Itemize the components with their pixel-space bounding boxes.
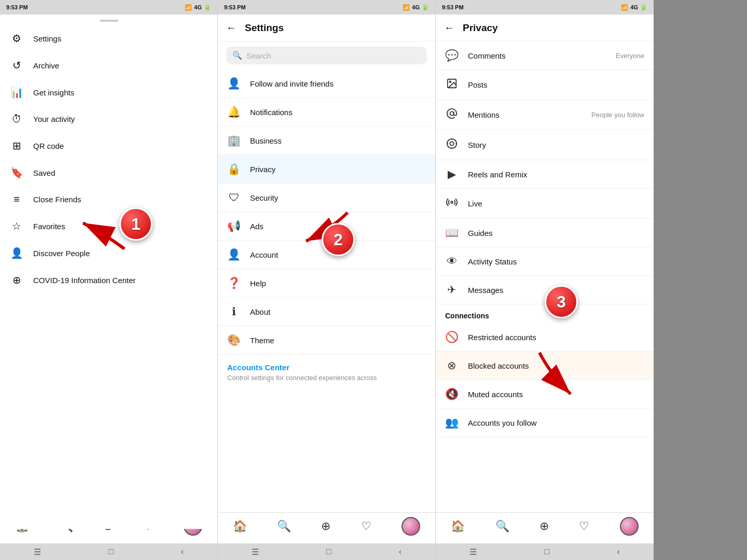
menu-gesture-3[interactable]: ☰ xyxy=(469,547,477,557)
follow-label: Follow and invite friends xyxy=(250,79,334,88)
drawer-item-qr[interactable]: ⊞ QR code xyxy=(0,132,217,159)
home-gesture-3[interactable]: □ xyxy=(544,547,549,556)
battery-icon-2: 🔋 xyxy=(422,4,429,11)
back-gesture[interactable]: ‹ xyxy=(181,547,184,556)
drawer-item-saved[interactable]: 🔖 Saved xyxy=(0,159,217,186)
back-gesture-2[interactable]: ‹ xyxy=(399,547,402,556)
heart-nav-icon-2[interactable]: ♡ xyxy=(361,520,371,533)
drawer-item-archive[interactable]: ↺ Archive xyxy=(0,52,217,79)
time-1: 9:53 PM xyxy=(6,4,28,10)
activity-label: Your activity xyxy=(33,115,75,123)
connections-section-label: Connections xyxy=(436,304,654,323)
home-nav-icon-2[interactable]: 🏠 xyxy=(233,520,247,533)
home-gesture[interactable]: □ xyxy=(108,547,114,556)
settings-security-item[interactable]: 🛡 Security xyxy=(218,184,435,212)
story-icon xyxy=(445,138,459,152)
drawer-item-activity[interactable]: ⏱ Your activity xyxy=(0,106,217,132)
archive-label: Archive xyxy=(33,61,59,70)
muted-icon: 🔇 xyxy=(445,388,459,400)
settings-help-item[interactable]: ❓ Help xyxy=(218,269,435,298)
settings-theme-item[interactable]: 🎨 Theme xyxy=(218,326,435,355)
covid-label: COVID-19 Information Center xyxy=(33,276,136,285)
close-friends-label: Close Friends xyxy=(33,195,81,204)
theme-label: Theme xyxy=(250,336,274,345)
notifications-icon: 🔔 xyxy=(227,106,241,118)
add-nav-icon-3[interactable]: ⊕ xyxy=(540,520,549,533)
drawer-handle xyxy=(100,20,118,22)
drawer-item-covid[interactable]: ⊕ COVID-19 Information Center xyxy=(0,267,217,293)
step-badge-2: 2 xyxy=(322,223,355,256)
close-friends-icon: ≡ xyxy=(10,193,23,205)
security-icon-s: 🛡 xyxy=(227,191,241,204)
drawer-item-settings[interactable]: ⚙ Settings xyxy=(0,25,217,52)
gesture-bar-2: ☰ □ ‹ xyxy=(218,543,435,560)
status-icons-2: 📶 4G 🔋 xyxy=(403,4,429,11)
business-icon: 🏢 xyxy=(227,134,241,147)
live-icon xyxy=(445,197,459,211)
status-icons-1: 📶 4G 🔋 xyxy=(185,4,211,11)
insights-icon: 📊 xyxy=(10,86,23,99)
notifications-label: Notifications xyxy=(250,108,293,117)
back-button-privacy[interactable]: ← xyxy=(444,22,454,34)
security-label: Security xyxy=(250,193,278,202)
privacy-story-item[interactable]: Story xyxy=(436,130,654,160)
privacy-guides-item[interactable]: 📖 Guides xyxy=(436,219,654,247)
comments-icon: 💬 xyxy=(445,49,459,62)
restricted-icon: 🚫 xyxy=(445,331,459,343)
search-nav-icon-2[interactable]: 🔍 xyxy=(277,520,291,533)
drawer-item-discover[interactable]: 👤 Discover People xyxy=(0,240,217,267)
svg-point-2 xyxy=(450,111,453,115)
settings-follow-item[interactable]: 👤 Follow and invite friends xyxy=(218,69,435,98)
muted-label: Muted accounts xyxy=(468,390,523,399)
phone2-frame: 9:53 PM 📶 4G 🔋 ← Settings 🔍 Search 👤 Fol… xyxy=(218,0,436,560)
privacy-activity-item[interactable]: 👁 Activity Status xyxy=(436,247,654,276)
privacy-live-item[interactable]: Live xyxy=(436,189,654,219)
drawer-item-close-friends[interactable]: ≡ Close Friends xyxy=(0,186,217,213)
privacy-mentions-item[interactable]: Mentions People you follow xyxy=(436,100,654,130)
privacy-reels-item[interactable]: ▶ Reels and Remix xyxy=(436,160,654,189)
saved-label: Saved xyxy=(33,169,56,177)
live-label: Live xyxy=(468,199,482,208)
back-gesture-3[interactable]: ‹ xyxy=(617,547,619,556)
activity-status-label: Activity Status xyxy=(468,257,517,266)
about-label: About xyxy=(250,307,270,316)
privacy-title: Privacy xyxy=(463,22,498,34)
accounts-center-title: Accounts Center xyxy=(227,363,426,372)
gesture-bar-1: ☰ □ ‹ xyxy=(0,543,217,560)
drawer-item-favorites[interactable]: ☆ Favorites xyxy=(0,213,217,240)
privacy-muted-item[interactable]: 🔇 Muted accounts xyxy=(436,380,654,409)
status-bar-3: 9:53 PM 📶 4G 🔋 xyxy=(436,0,654,15)
privacy-restricted-item[interactable]: 🚫 Restricted accounts xyxy=(436,323,654,352)
menu-gesture[interactable]: ☰ xyxy=(34,547,41,557)
battery-icon: 🔋 xyxy=(204,4,211,11)
guides-icon: 📖 xyxy=(445,227,459,239)
search-placeholder: Search xyxy=(246,51,271,60)
settings-privacy-item[interactable]: 🔒 Privacy xyxy=(218,155,435,184)
profile-nav-icon-2[interactable] xyxy=(402,517,420,536)
activity-status-icon: 👁 xyxy=(445,255,459,268)
home-nav-icon-3[interactable]: 🏠 xyxy=(451,520,465,533)
privacy-comments-item[interactable]: 💬 Comments Everyone xyxy=(436,41,654,70)
svg-point-4 xyxy=(450,142,453,145)
drawer-item-insights[interactable]: 📊 Get insights xyxy=(0,79,217,106)
status-bar-2: 9:53 PM 📶 4G 🔋 xyxy=(218,0,435,15)
time-2: 9:53 PM xyxy=(224,4,246,10)
privacy-posts-item[interactable]: Posts xyxy=(436,70,654,100)
privacy-blocked-item[interactable]: ⊗ Blocked accounts xyxy=(436,352,654,380)
accounts-center[interactable]: Accounts Center Control settings for con… xyxy=(218,355,435,386)
menu-gesture-2[interactable]: ☰ xyxy=(252,547,259,557)
search-nav-icon-3[interactable]: 🔍 xyxy=(495,520,509,533)
profile-nav-icon-3[interactable] xyxy=(620,517,639,536)
covid-icon: ⊕ xyxy=(10,274,23,286)
add-nav-icon-2[interactable]: ⊕ xyxy=(321,520,330,533)
settings-about-item[interactable]: ℹ About xyxy=(218,298,435,326)
settings-notifications-item[interactable]: 🔔 Notifications xyxy=(218,98,435,127)
blocked-icon: ⊗ xyxy=(445,359,459,372)
heart-nav-icon-3[interactable]: ♡ xyxy=(579,520,589,533)
privacy-following-item[interactable]: 👥 Accounts you follow xyxy=(436,409,654,437)
settings-business-item[interactable]: 🏢 Business xyxy=(218,127,435,155)
privacy-list: 💬 Comments Everyone Posts Mentions Peopl… xyxy=(436,41,654,512)
back-button-settings[interactable]: ← xyxy=(226,22,237,34)
search-bar[interactable]: 🔍 Search xyxy=(226,47,427,64)
home-gesture-2[interactable]: □ xyxy=(326,547,331,556)
